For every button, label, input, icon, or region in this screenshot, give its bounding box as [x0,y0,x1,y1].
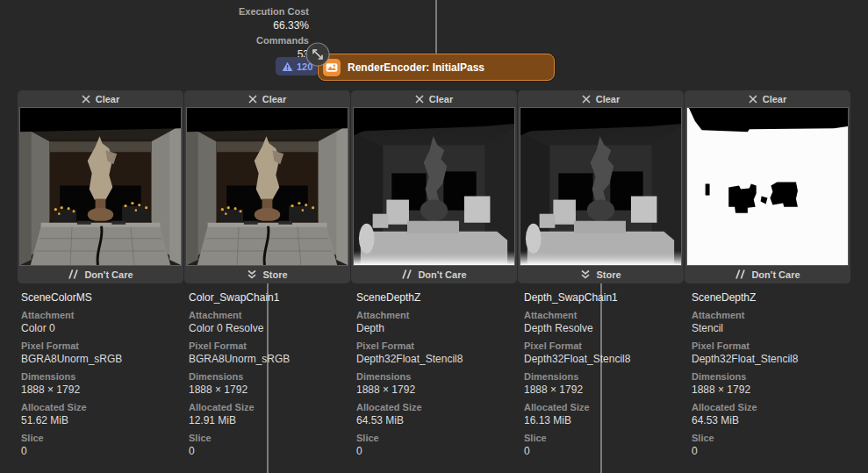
attachment-field-label: Attachment [692,310,857,321]
attachment-details-row: SceneColorMS Attachment Color 0 Pixel Fo… [20,291,857,457]
load-action: Clear [18,90,183,108]
pixel-format-value: BGRA8Unorm_sRGB [21,353,187,365]
load-action-label: Clear [763,94,787,104]
store-action: Store [184,265,350,283]
clear-x-icon [248,95,257,104]
attachment-thumbnail[interactable] [687,108,848,265]
dimensions-label: Dimensions [21,371,187,383]
store-action-label: Don't Care [751,269,800,280]
pixel-format-value: Depth32Float_Stencil8 [524,353,690,365]
attachment-field-value: Color 0 [21,322,187,334]
pixel-format-label: Pixel Format [189,340,355,352]
store-action: Don't Care [685,265,850,283]
attachment-info: SceneDepthZ Attachment Stencil Pixel For… [691,291,857,457]
store-action-label: Don't Care [84,269,133,280]
attachment-name: Color_SwapChain1 [189,291,355,304]
pixel-format-value: BGRA8Unorm_sRGB [189,353,355,365]
attachment-field-label: Attachment [21,310,187,321]
slice-value: 0 [524,445,690,457]
dimensions-label: Dimensions [524,371,690,383]
store-chevrons-icon [580,269,591,280]
attachment-thumbnail[interactable] [20,108,181,265]
attachment-thumbnail[interactable] [520,108,681,265]
slice-label: Slice [356,433,522,444]
store-action-label: Store [596,269,621,280]
dependency-graph-viewport: Execution Cost 66.33% Commands 53 120 Re… [0,0,868,473]
dimensions-value: 1888 × 1792 [356,383,522,396]
load-action-label: Clear [96,94,120,104]
slice-value: 0 [356,445,522,457]
dependency-edge-incoming [435,0,437,54]
pixel-format-value: Depth32Float_Stencil8 [356,353,522,365]
store-chevrons-icon [247,269,257,280]
dimensions-label: Dimensions [692,371,857,383]
store-action-label: Don't Care [418,269,466,280]
attachment-thumbnail[interactable] [354,108,514,265]
attachment-panel-scenecolorms[interactable]: Clear Don't Care [18,90,183,283]
allocated-size-label: Allocated Size [21,402,187,413]
encoder-stats: Execution Cost 66.33% Commands 53 [116,3,309,61]
dimensions-value: 1888 × 1792 [524,383,690,396]
allocated-size-label: Allocated Size [692,402,857,413]
dont-care-icon [68,269,79,279]
dimensions-value: 1888 × 1792 [189,383,355,396]
pixel-format-label: Pixel Format [692,340,857,352]
attachment-panel-depth-swapchain1[interactable]: Clear Store [518,90,684,283]
slice-value: 0 [692,445,857,457]
attachment-panel-color-swapchain1[interactable]: Clear Store [184,90,350,283]
dont-care-icon [401,269,412,279]
allocated-size-value: 51.62 MiB [21,414,187,426]
attachment-field-label: Attachment [356,310,522,321]
resize-move-cursor [305,42,330,67]
execution-cost-label: Execution Cost [116,6,309,18]
attachment-field-value: Depth Resolve [524,322,690,334]
slice-label: Slice [524,433,690,444]
attachment-panel-scenedepthz-depth[interactable]: Clear Don't Care [351,90,517,283]
dimensions-label: Dimensions [356,371,522,383]
store-action: Don't Care [351,265,517,283]
render-encoder-node[interactable]: RenderEncoder: InitialPass [318,54,555,81]
allocated-size-label: Allocated Size [189,402,355,413]
allocated-size-label: Allocated Size [524,402,690,413]
stencil-mask-preview [687,108,848,265]
depth-scene-preview [520,108,681,265]
allocated-size-value: 16.13 MiB [524,414,690,426]
attachment-panel-scenedepthz-stencil[interactable]: Clear Don't Care [685,90,850,283]
slice-value: 0 [189,445,355,457]
store-action-label: Store [262,269,287,280]
attachment-info: Color_SwapChain1 Attachment Color 0 Reso… [188,291,355,457]
attachment-field-value: Stencil [692,322,857,334]
load-action-label: Clear [596,94,621,104]
dimensions-value: 1888 × 1792 [21,383,187,396]
allocated-size-value: 12.91 MiB [189,414,355,426]
store-action: Store [518,265,684,283]
attachments-row: Clear Don't Care Clear [18,90,850,283]
load-action: Clear [518,90,684,108]
pixel-format-label: Pixel Format [21,340,187,352]
attachment-field-label: Attachment [189,310,355,321]
depth-scene-preview [354,108,514,265]
color-scene-preview [187,108,348,265]
load-action: Clear [184,90,350,108]
attachment-name: SceneDepthZ [356,291,522,304]
attachment-thumbnail[interactable] [187,108,348,265]
load-action-label: Clear [429,94,454,104]
attachment-name: SceneDepthZ [692,291,857,304]
load-action-label: Clear [262,94,287,104]
commands-label: Commands [116,35,309,47]
slice-label: Slice [189,433,355,444]
attachment-field-value: Depth [356,322,522,334]
pixel-format-label: Pixel Format [524,340,690,352]
pixel-format-label: Pixel Format [356,340,522,352]
allocated-size-label: Allocated Size [356,402,522,413]
load-action: Clear [685,90,850,108]
dimensions-value: 1888 × 1792 [692,383,857,396]
attachment-name: SceneColorMS [21,291,187,304]
load-action: Clear [351,90,517,108]
store-action: Don't Care [18,265,183,283]
slice-value: 0 [21,445,187,457]
attachment-info: SceneColorMS Attachment Color 0 Pixel Fo… [20,291,187,457]
clear-x-icon [582,95,591,104]
clear-x-icon [415,95,424,104]
clear-x-icon [82,95,90,104]
